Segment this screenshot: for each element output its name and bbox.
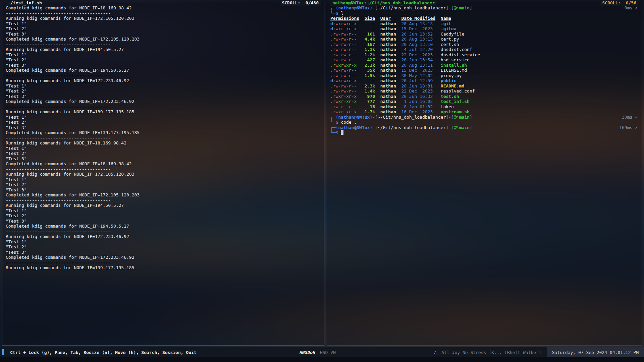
git-branch-icon [454,115,459,120]
file-user: nathan [380,52,396,58]
file-user: nathan [380,63,396,68]
terminal-line: "Test 1" [6,239,321,245]
text: r [333,104,336,109]
mode-indicator [2,349,4,355]
text: r [333,42,336,47]
ls-header-row: PermissionsSizeUserDate ModifiedName [330,16,638,21]
text: . [330,73,333,78]
text: ┌─( [330,125,338,130]
text: . [330,68,333,73]
pane-left-test-script[interactable]: ./test_inf.sh SCROLL: 0/480 Completed kd… [2,3,324,346]
text: r [349,47,352,52]
text: ] [470,5,472,10]
session-name: HNSDoH [300,350,315,355]
file-size: 167 [365,42,375,47]
text: r [333,37,336,42]
text: )-[ [370,5,377,10]
text: r [349,37,352,42]
file-size: 4.4k [365,37,375,42]
file-name: dnsdist.service [441,52,638,58]
text: r [333,21,336,26]
file-date: 20 Jun 13:54 [401,57,435,63]
file-permissions: .rw-r--r-- [330,104,359,110]
error-mark-icon: ✗ [635,5,638,10]
text: r [349,73,352,78]
file-date: 20 Aug 13:13 [401,37,435,42]
text: r [349,94,352,99]
terminal-line: Running kdig commands for NODE_IP=172.10… [6,172,321,177]
text: r [333,52,336,57]
terminal-line: ---------------------------------------- [6,73,321,78]
terminal-line: Running kdig commands for NODE_IP=18.169… [6,140,321,146]
text: r [341,26,343,31]
duration-value: 0ms [625,5,635,10]
file-date: 4 Jul 12:20 [401,47,435,52]
file-row: drwxrwxr-x-nathan20 Aug 13:13.git [330,21,638,26]
prompt-command-line: └─$ [330,130,638,135]
text: r [333,88,336,94]
status-right-group: ♪ All Joy No Stress (K... [Rhett Walker]… [434,347,644,357]
terminal-line: "Test 3" [6,156,321,162]
duration-value: 30ms [622,115,635,120]
file-row: .rw-r--r--16nathan 8 Jan 01:32token [330,104,638,110]
file-row: .rw-rw-r--35knathan15 Dec 2023LICENSE.md [330,68,638,73]
text: r [341,42,343,47]
text: w [343,83,346,88]
text: . [330,99,333,104]
text: - [346,52,349,57]
duration-value: 169ms [619,125,635,130]
file-size: - [365,26,375,32]
file-permissions: .rw-rw-r-- [330,57,359,63]
file-name: proxy.py [441,73,638,78]
git-branch-name: main [459,125,470,130]
bottom-strip [0,357,644,362]
file-permissions: .rw-rw-r-- [330,32,359,37]
prompt-header: ┌─(nathan@NWTux)-[~/Git/hns_doh_loadbala… [330,5,638,11]
file-date: 20 Aug 13:11 [401,63,435,68]
terminal-line: "Test 3" [6,32,321,37]
file-permissions: .rw-rw-r-- [330,68,359,73]
pane-right-shell[interactable]: nathan@NWTux:~/Git/hns_doh_loadbalancer … [327,3,642,346]
text: r [341,109,343,114]
text: . [330,32,333,37]
prompt-command-line: └─$ l [330,11,638,16]
text: w [343,52,346,57]
file-name: public [441,78,638,83]
git-branch-icon [454,5,459,10]
ls-header-permissions: Permissions [330,16,359,21]
git-branch-name: main [459,115,470,120]
text: r [333,63,336,68]
file-permissions: .rw-rw-r-- [330,52,359,58]
file-user: nathan [380,99,396,104]
text: w [343,37,346,42]
file-name: test.sh [441,94,638,99]
terminal-line: "Test 3" [6,187,321,193]
text: r [349,57,352,62]
file-permissions: .rw-rw-r-- [330,37,359,42]
text: . [330,37,333,42]
file-permissions: .rw-rw-r-- [330,88,359,94]
text: x [346,63,349,68]
text: - [343,104,346,109]
command-duration: 30ms ✓ [622,115,638,120]
file-permissions: .rwxr-xr-x [330,109,359,115]
terminal-line: "Test 3" [6,250,321,255]
text: - [346,83,349,88]
text: r [349,68,352,73]
text: r [349,42,352,47]
text: - [354,104,357,109]
shell-output[interactable]: ┌─(nathan@NWTux)-[~/Git/hns_doh_loadbala… [327,3,642,346]
now-playing: ♪ All Joy No Stress (K... [Rhett Walker] [434,350,541,355]
left-pane-output[interactable]: Completed kdig commands for NODE_IP=18.1… [2,3,324,346]
text: - [354,68,357,73]
terminal-line: "Test 2" [6,88,321,94]
file-size: 161 [365,32,375,37]
terminal-line: "Test 1" [6,83,321,89]
terminal-line: Completed kdig commands for NODE_IP=18.1… [6,161,321,167]
text: r [341,104,343,109]
text: w [343,73,346,78]
file-permissions: .rwxr-xr-x [330,94,359,99]
text: w [343,32,346,37]
terminal-line: Completed kdig commands for NODE_IP=18.1… [6,5,321,11]
text: w [343,88,346,94]
